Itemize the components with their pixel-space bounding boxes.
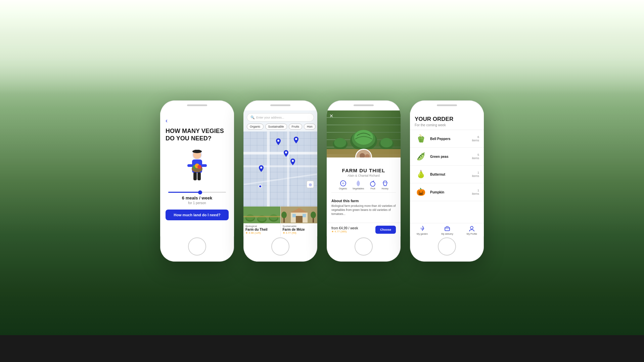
chip-fruits[interactable]: Fruits bbox=[289, 124, 303, 130]
pumpkin-qty: 1 items bbox=[472, 189, 479, 195]
farm-cards-list: Biological Farm du Theil ★ 4.98 (125) bbox=[243, 207, 317, 236]
svg-rect-11 bbox=[193, 172, 197, 180]
farm-card-2[interactable]: Sustainable Farm de Méze ★ 4.77 (59) bbox=[280, 207, 318, 236]
bottom-navigation: My garden My delivery My Profile bbox=[410, 223, 484, 236]
phone-2-screen: 🔍 Enter your address... Organic Sustaina… bbox=[243, 110, 317, 236]
map-pin-2[interactable] bbox=[293, 137, 299, 144]
chip-honey[interactable]: Hon bbox=[304, 124, 316, 130]
about-text: Biological farm producing more than 40 v… bbox=[331, 204, 396, 216]
bell-peppers-name: Bell Peppers bbox=[430, 137, 468, 141]
order-item-green-peas: 🫛 Green peas 5 items bbox=[410, 148, 484, 166]
pumpkin-name: Pumpkin bbox=[430, 190, 468, 194]
svg-rect-12 bbox=[197, 172, 201, 180]
svg-rect-30 bbox=[292, 214, 296, 217]
order-list: 🫑 Bell Peppers 6 items 🫛 Green peas 5 it… bbox=[410, 130, 484, 223]
farm2-name: Farm de Méze bbox=[283, 228, 316, 231]
meal-sub: for 1 person bbox=[166, 201, 229, 205]
search-placeholder: Enter your address... bbox=[256, 116, 284, 119]
order-title: YOUR ORDER bbox=[415, 116, 479, 123]
farm-card-1[interactable]: Biological Farm du Theil ★ 4.98 (125) bbox=[243, 207, 280, 236]
nav-my-delivery[interactable]: My delivery bbox=[441, 225, 453, 235]
green-peas-name: Green peas bbox=[430, 155, 468, 159]
farmer-names: Alain & Chantal Richard bbox=[331, 174, 396, 177]
honey-label: Honey bbox=[381, 187, 388, 190]
butternut-icon: 🍐 bbox=[415, 168, 427, 180]
svg-point-15 bbox=[285, 151, 287, 153]
svg-point-50 bbox=[370, 182, 375, 186]
svg-point-40 bbox=[334, 138, 346, 147]
location-button[interactable]: ◎ bbox=[307, 181, 314, 188]
nav-profile-label: My Profile bbox=[467, 233, 477, 235]
address-search-bar[interactable]: 🔍 Enter your address... bbox=[247, 113, 314, 122]
svg-point-16 bbox=[292, 160, 294, 162]
svg-rect-5 bbox=[187, 164, 193, 167]
bottom-bar bbox=[0, 335, 644, 362]
butternut-name: Butternut bbox=[430, 173, 468, 176]
svg-rect-3 bbox=[194, 150, 200, 152]
green-peas-icon: 🫛 bbox=[415, 150, 427, 163]
about-title: About this farm bbox=[331, 199, 396, 203]
choose-button[interactable]: Choose bbox=[375, 226, 396, 234]
search-icon: 🔍 bbox=[250, 116, 255, 119]
farm-category-icons: Organic Vegetables Fruit Honey bbox=[331, 180, 396, 193]
farm-detail-section: FARM DU THIEL Alain & Chantal Richard Or… bbox=[327, 157, 401, 199]
back-button[interactable]: ‹ bbox=[166, 117, 229, 124]
about-section: About this farm Biological farm producin… bbox=[327, 199, 401, 223]
land-cta-button[interactable]: How much land do I need? bbox=[166, 210, 229, 220]
bell-peppers-qty: 6 items bbox=[472, 135, 479, 142]
icon-organic: Organic bbox=[339, 180, 347, 190]
farm-footer: from €4,99 / week ★ 4.77 (365) Choose bbox=[327, 223, 401, 236]
chip-sustainable[interactable]: Sustainable bbox=[265, 124, 287, 130]
phone-4-screen: YOUR ORDER For the coming week 🫑 Bell Pe… bbox=[410, 110, 484, 236]
phone-4: YOUR ORDER For the coming week 🫑 Bell Pe… bbox=[410, 100, 484, 262]
filter-chips: Organic Sustainable Fruits Hon bbox=[243, 124, 317, 132]
nav-garden-label: My garden bbox=[417, 233, 428, 235]
phone-2: 🔍 Enter your address... Organic Sustaina… bbox=[243, 100, 317, 262]
fruit-label: Fruit bbox=[370, 187, 375, 190]
farm-price-section: from €4,99 / week ★ 4.77 (365) bbox=[331, 226, 358, 233]
icon-fruit: Fruit bbox=[369, 180, 376, 190]
svg-point-17 bbox=[260, 167, 262, 169]
nav-my-garden[interactable]: My garden bbox=[417, 225, 428, 235]
bell-peppers-icon: 🫑 bbox=[415, 133, 427, 145]
phone-3-screen: ✕ FARM DU THIEL Alain & Chantal Ri bbox=[327, 110, 401, 236]
icon-vegetables: Vegetables bbox=[353, 180, 364, 190]
current-location-dot bbox=[259, 185, 262, 188]
map-area[interactable]: ◎ bbox=[243, 132, 317, 207]
order-item-pumpkin: 🎃 Pumpkin 1 items bbox=[410, 183, 484, 201]
svg-point-52 bbox=[470, 226, 473, 229]
butternut-qty: 1 items bbox=[472, 171, 479, 178]
meal-slider[interactable] bbox=[166, 192, 229, 193]
phones-container: ‹ HOW MANY VEGIES DO YOU NEED? bbox=[160, 100, 484, 262]
svg-point-10 bbox=[197, 165, 201, 169]
farm1-tag: Biological bbox=[245, 225, 278, 228]
svg-point-35 bbox=[311, 212, 316, 218]
nav-delivery-label: My delivery bbox=[441, 233, 453, 235]
svg-point-14 bbox=[295, 138, 297, 140]
chip-organic[interactable]: Organic bbox=[247, 124, 264, 130]
farm2-tag: Sustainable bbox=[283, 225, 316, 228]
svg-point-38 bbox=[354, 130, 373, 145]
svg-rect-6 bbox=[201, 164, 207, 167]
svg-point-33 bbox=[281, 212, 287, 218]
svg-rect-25 bbox=[243, 216, 280, 217]
map-pin-4[interactable] bbox=[290, 159, 296, 166]
pumpkin-icon: 🎃 bbox=[415, 186, 427, 198]
icon-honey: Honey bbox=[381, 180, 388, 190]
phone-1-screen: ‹ HOW MANY VEGIES DO YOU NEED? bbox=[160, 110, 234, 236]
map-pin-5[interactable] bbox=[258, 165, 264, 173]
farm-price: from €4,99 / week bbox=[331, 226, 358, 230]
svg-rect-31 bbox=[303, 214, 306, 217]
order-item-bell-peppers: 🫑 Bell Peppers 6 items bbox=[410, 130, 484, 148]
close-button[interactable]: ✕ bbox=[329, 113, 333, 119]
farm-rating: ★ 4.77 (365) bbox=[331, 230, 358, 233]
svg-rect-51 bbox=[445, 227, 450, 231]
order-item-butternut: 🍐 Butternut 1 items bbox=[410, 166, 484, 183]
phone1-title: HOW MANY VEGIES DO YOU NEED? bbox=[166, 128, 229, 142]
svg-point-13 bbox=[277, 140, 279, 142]
meal-count: 6 meals / week bbox=[166, 195, 229, 200]
map-pin-3[interactable] bbox=[283, 150, 289, 157]
map-pin-1[interactable] bbox=[275, 138, 281, 146]
green-peas-qty: 5 items bbox=[472, 153, 479, 160]
nav-my-profile[interactable]: My Profile bbox=[467, 225, 477, 235]
